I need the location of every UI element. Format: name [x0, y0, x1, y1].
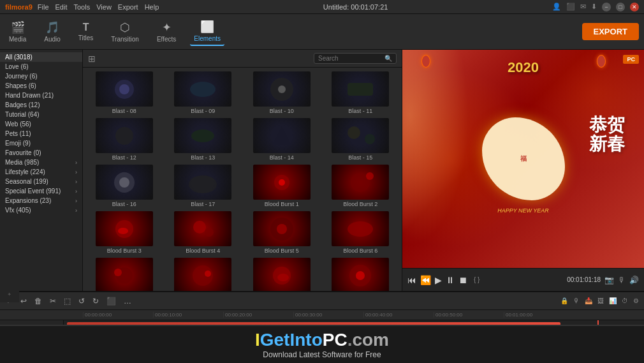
menu-export[interactable]: Export: [118, 3, 138, 11]
sidebar-item-handdrawn[interactable]: Hand Drawn (21): [0, 91, 82, 100]
effects-icon: ✦: [162, 20, 172, 34]
list-item[interactable]: Blood Burst 8: [165, 256, 242, 291]
pause-button[interactable]: ⏸: [446, 275, 455, 285]
menu-view[interactable]: View: [96, 3, 112, 11]
sidebar-item-favourite[interactable]: Favourite (0): [0, 148, 82, 158]
search-input[interactable]: [318, 55, 382, 62]
tl-redo-button[interactable]: ↩: [19, 295, 28, 307]
menu-help[interactable]: Help: [145, 3, 159, 11]
win-close[interactable]: ✕: [630, 3, 639, 11]
tl-cut-button[interactable]: ✂: [48, 295, 57, 307]
mic-icon[interactable]: 🎙: [618, 276, 626, 285]
list-item[interactable]: Blood Burst 10: [322, 256, 400, 291]
element-thumbnail: [332, 211, 389, 246]
sidebar-item-shapes[interactable]: Shapes (6): [0, 81, 82, 91]
tool-audio[interactable]: 🎵 Audio: [40, 18, 64, 45]
tl-crop-button[interactable]: ⬛: [105, 295, 117, 307]
list-item[interactable]: Blast - 08: [85, 70, 163, 115]
list-item[interactable]: Blast - 16: [85, 163, 163, 209]
tl-more-button[interactable]: …: [122, 295, 133, 307]
sidebar-item-emoji[interactable]: Emoji (9): [0, 138, 82, 148]
sidebar-item-pets[interactable]: Pets (11): [0, 129, 82, 138]
tl-split-button[interactable]: ⬚: [62, 295, 72, 307]
sidebar-item-vfx[interactable]: Vfx (405) ›: [0, 205, 82, 215]
stop-button[interactable]: ⏹: [458, 275, 467, 285]
prev-frame-button[interactable]: ⏪: [420, 275, 431, 285]
audio-icon: 🎵: [45, 20, 59, 34]
list-item[interactable]: Blast - 10: [243, 70, 321, 115]
timeline-toolbar: ↩ ↩ 🗑 ✂ ⬚ ↺ ↻ ⬛ … 🔒 🎙 📥 🖼 📊 ⏱ ⚙: [0, 292, 644, 310]
list-item[interactable]: Blast - 15: [322, 117, 400, 162]
list-item[interactable]: Blood Burst 6: [322, 210, 400, 255]
tool-titles[interactable]: T Titles: [75, 19, 98, 44]
content-header: ⊞ 🔍: [83, 50, 402, 68]
list-item[interactable]: Blood Burst 7: [85, 256, 163, 291]
list-item[interactable]: Blast - 13: [165, 117, 242, 162]
rewind-button[interactable]: ⏮: [407, 275, 416, 285]
add-track-icon[interactable]: +: [6, 292, 13, 295]
preview-panel: 福 2020 恭贺 新春 HAPPY NEW YEAR PC ⏮ ⏪: [402, 50, 644, 291]
tl-import-icon: 📥: [585, 297, 592, 304]
sidebar-item-love[interactable]: Love (6): [0, 62, 82, 71]
list-item[interactable]: Blood Burst 4: [165, 210, 242, 255]
list-item[interactable]: Blast - 11: [322, 70, 400, 115]
menu-file[interactable]: File: [38, 3, 49, 11]
list-item[interactable]: Blast - 12: [85, 117, 163, 162]
element-thumbnail: [332, 118, 389, 153]
win-minimize[interactable]: −: [602, 3, 611, 11]
sidebar-item-special-event[interactable]: Special Event (991) ›: [0, 186, 82, 196]
element-thumbnail: [174, 71, 231, 107]
list-item[interactable]: Blast - 09: [165, 70, 242, 115]
element-label: Blood Burst 1: [265, 201, 299, 207]
tool-effects-label: Effects: [157, 36, 176, 43]
sidebar-item-web[interactable]: Web (56): [0, 119, 82, 129]
list-item[interactable]: Blood Burst 5: [243, 210, 321, 255]
list-item[interactable]: Blood Burst 2: [322, 163, 400, 209]
tool-media[interactable]: 🎬 Media: [5, 18, 30, 45]
menu-edit[interactable]: Edit: [55, 3, 68, 11]
list-item[interactable]: Blast - 17: [165, 163, 242, 209]
svg-point-28: [205, 270, 211, 277]
list-item[interactable]: Blood Burst 9: [243, 256, 321, 291]
svg-point-32: [356, 271, 365, 280]
sidebar-item-badges[interactable]: Badges (12): [0, 100, 82, 110]
tl-rotate-left-button[interactable]: ↺: [77, 295, 86, 307]
sidebar-item-expansions[interactable]: Expansions (23) ›: [0, 196, 82, 205]
element-thumbnail: [174, 118, 231, 153]
watermark-title: IGetIntoPC.com: [255, 330, 389, 350]
chevron-right-icon: ›: [75, 188, 77, 195]
volume-icon[interactable]: 🔊: [629, 276, 639, 285]
tl-timer-icon: ⏱: [622, 297, 628, 304]
menu-tools[interactable]: Tools: [74, 3, 91, 11]
export-button[interactable]: EXPORT: [582, 23, 639, 40]
list-item[interactable]: Blast - 14: [243, 117, 321, 162]
sidebar-item-seasonal[interactable]: Seasonal (199) ›: [0, 177, 82, 186]
svg-point-21: [205, 228, 214, 237]
sidebar-item-all[interactable]: All (3018): [0, 52, 82, 62]
svg-point-2: [190, 82, 216, 97]
sidebar-item-media[interactable]: Media (985) ›: [0, 158, 82, 167]
element-label: Blast - 13: [191, 154, 215, 161]
icon-grid: ⬛: [566, 3, 575, 11]
sidebar-item-lifestyle[interactable]: Lifestyle (224) ›: [0, 167, 82, 177]
ruler-mark: 00:00:00:00: [83, 312, 153, 318]
tool-elements[interactable]: ⬜ Elements: [190, 17, 224, 46]
tl-delete-button[interactable]: 🗑: [33, 295, 43, 307]
element-thumbnail: [174, 165, 231, 200]
list-item[interactable]: Blood Burst 1: [243, 163, 321, 209]
grid-view-icon[interactable]: ⊞: [88, 54, 96, 64]
element-thumbnail: [253, 71, 311, 107]
tool-effects[interactable]: ✦ Effects: [153, 18, 180, 45]
sidebar-item-journey[interactable]: Journey (6): [0, 71, 82, 81]
chevron-right-icon: ›: [75, 207, 77, 214]
tool-transition[interactable]: ⬡ Transition: [107, 18, 143, 45]
play-button[interactable]: ▶: [435, 275, 442, 285]
screenshot-icon[interactable]: 📷: [604, 276, 614, 285]
sidebar-item-tutorial[interactable]: Tutorial (64): [0, 110, 82, 119]
win-maximize[interactable]: □: [616, 3, 625, 11]
wm-letter-i: I: [255, 330, 260, 350]
ruler-mark: 00:01:00:00: [504, 312, 574, 318]
tl-rotate-right-button[interactable]: ↻: [91, 295, 100, 307]
icon-download: ⬇: [591, 3, 597, 11]
list-item[interactable]: Blood Burst 3: [85, 210, 163, 255]
